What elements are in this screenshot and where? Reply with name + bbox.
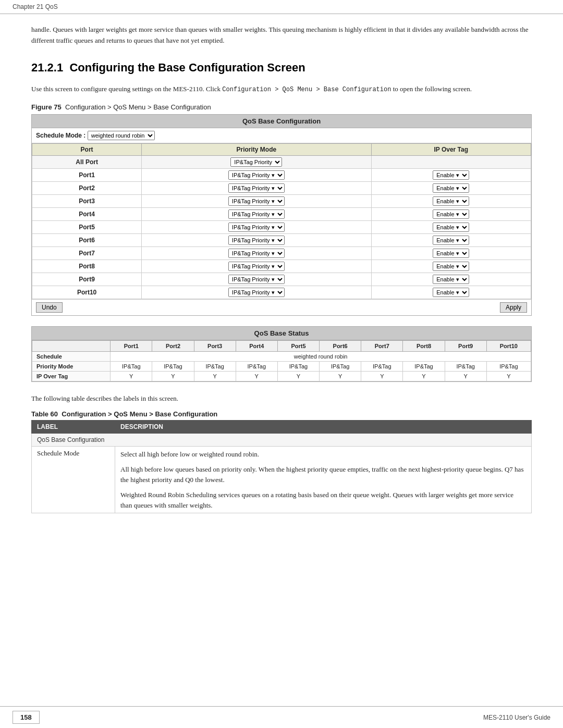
- port-name: Port10: [32, 286, 142, 299]
- status-cell: Y: [486, 371, 531, 381]
- port-priority-select[interactable]: IP&Tag Priority ▾: [228, 196, 285, 206]
- port-priority-cell: IP&Tag Priority ▾: [142, 260, 371, 273]
- undo-button[interactable]: Undo: [36, 302, 63, 313]
- status-col-Port9: Port9: [445, 340, 486, 351]
- port-priority-select[interactable]: IP&Tag Priority ▾: [228, 170, 285, 180]
- port-priority-select[interactable]: IP&Tag Priority ▾: [228, 183, 285, 193]
- button-row: Undo Apply: [32, 299, 531, 315]
- status-row: IP Over TagYYYYYYYYYY: [32, 371, 531, 381]
- qos-config-table: QoS Base Configuration Schedule Mode : w…: [31, 114, 532, 316]
- port-name: Port3: [32, 194, 142, 207]
- port-ip-over-tag-select[interactable]: Enable ▾: [433, 170, 469, 180]
- desc-section-label: QoS Base Configuration: [32, 433, 532, 446]
- port-row: Port3 IP&Tag Priority ▾ Enable ▾: [32, 194, 531, 207]
- status-row-label: Priority Mode: [32, 361, 111, 371]
- status-col-Port6: Port6: [320, 340, 361, 351]
- all-port-priority: IP&Tag Priority: [142, 155, 371, 168]
- status-col-Port10: Port10: [486, 340, 531, 351]
- status-cell: IP&Tag: [486, 361, 531, 371]
- desc-description: Select all high before low or weighted r…: [115, 446, 532, 513]
- figure-label: Figure 75 Configuration > QoS Menu > Bas…: [31, 103, 532, 111]
- port-priority-cell: IP&Tag Priority ▾: [142, 168, 371, 181]
- status-cell: Y: [194, 371, 236, 381]
- col-priority: Priority Mode: [142, 143, 371, 155]
- status-col-empty: [32, 340, 111, 351]
- port-priority-select[interactable]: IP&Tag Priority ▾: [228, 262, 285, 271]
- port-ip-over-tag-select[interactable]: Enable ▾: [433, 196, 469, 206]
- all-port-label: All Port: [32, 155, 142, 168]
- desc-section-header: QoS Base Configuration: [32, 433, 532, 446]
- port-ip-over-tag-select[interactable]: Enable ▾: [433, 223, 469, 232]
- chapter-label: Chapter 21 QoS: [13, 3, 58, 10]
- port-priority-select[interactable]: IP&Tag Priority ▾: [228, 223, 285, 232]
- port-name: Port7: [32, 246, 142, 260]
- status-cell: IP&Tag: [236, 361, 277, 371]
- header-bar: Chapter 21 QoS: [0, 0, 563, 14]
- desc-label: Schedule Mode: [32, 446, 115, 513]
- port-ip-over-tag-select[interactable]: Enable ▾: [433, 236, 469, 245]
- status-cell: Y: [236, 371, 277, 381]
- port-row: Port7 IP&Tag Priority ▾ Enable ▾: [32, 246, 531, 260]
- main-content: handle. Queues with larger weights get m…: [0, 14, 563, 545]
- port-priority-select[interactable]: IP&Tag Priority ▾: [228, 249, 285, 258]
- port-ip-over-tag-select[interactable]: Enable ▾: [433, 249, 469, 258]
- status-table: Port1Port2Port3Port4Port5Port6Port7Port8…: [32, 340, 531, 381]
- apply-button[interactable]: Apply: [500, 302, 527, 313]
- port-name: Port5: [32, 220, 142, 233]
- port-row: Port5 IP&Tag Priority ▾ Enable ▾: [32, 220, 531, 233]
- desc-table: LABEL DESCRIPTION QoS Base Configuration…: [31, 420, 532, 514]
- desc-text: Use this screen to configure queuing set…: [31, 84, 532, 95]
- port-priority-select[interactable]: IP&Tag Priority ▾: [228, 288, 285, 297]
- qos-status-title: QoS Base Status: [32, 327, 531, 340]
- status-cell: Y: [320, 371, 361, 381]
- port-priority-cell: IP&Tag Priority ▾: [142, 194, 371, 207]
- status-row-label: Schedule: [32, 351, 111, 361]
- port-ip-over-tag-select[interactable]: Enable ▾: [433, 183, 469, 193]
- status-cell: IP&Tag: [320, 361, 361, 371]
- port-ip-over-tag-select[interactable]: Enable ▾: [433, 275, 469, 284]
- port-name: Port6: [32, 233, 142, 246]
- port-ip-over-tag-cell: Enable ▾: [371, 181, 531, 194]
- status-row: Priority ModeIP&TagIP&TagIP&TagIP&TagIP&…: [32, 361, 531, 371]
- port-priority-select[interactable]: IP&Tag Priority ▾: [228, 236, 285, 245]
- table60-label: Table 60 Configuration > QoS Menu > Base…: [31, 410, 532, 418]
- section-heading: 21.2.1 Configuring the Base Configuratio…: [31, 61, 532, 75]
- footer-page: 158: [13, 711, 40, 724]
- port-row: Port1 IP&Tag Priority ▾ Enable ▾: [32, 168, 531, 181]
- port-ip-over-tag-select[interactable]: Enable ▾: [433, 262, 469, 271]
- status-col-Port5: Port5: [277, 340, 319, 351]
- status-cell: IP&Tag: [445, 361, 486, 371]
- port-row: Port2 IP&Tag Priority ▾ Enable ▾: [32, 181, 531, 194]
- port-ip-over-tag-cell: Enable ▾: [371, 168, 531, 181]
- port-priority-cell: IP&Tag Priority ▾: [142, 220, 371, 233]
- port-row: Port10 IP&Tag Priority ▾ Enable ▾: [32, 286, 531, 299]
- footer-title: MES-2110 User's Guide: [483, 714, 550, 721]
- schedule-mode-select[interactable]: weighted round robin: [88, 131, 155, 140]
- port-name: Port8: [32, 260, 142, 273]
- col-ip-over-tag: IP Over Tag: [371, 143, 531, 155]
- col-port: Port: [32, 143, 142, 155]
- status-cell: IP&Tag: [152, 361, 194, 371]
- status-row: Scheduleweighted round robin: [32, 351, 531, 361]
- schedule-mode-label: Schedule Mode :: [36, 132, 85, 139]
- port-ip-over-tag-cell: Enable ▾: [371, 286, 531, 299]
- port-ip-over-tag-select[interactable]: Enable ▾: [433, 209, 469, 219]
- all-port-priority-select[interactable]: IP&Tag Priority: [230, 157, 282, 167]
- port-priority-cell: IP&Tag Priority ▾: [142, 246, 371, 260]
- port-ip-over-tag-cell: Enable ▾: [371, 273, 531, 286]
- status-row-label: IP Over Tag: [32, 371, 111, 381]
- status-cell: Y: [361, 371, 403, 381]
- status-cell: Y: [111, 371, 152, 381]
- port-name: Port2: [32, 181, 142, 194]
- qos-status-table: QoS Base Status Port1Port2Port3Port4Port…: [31, 326, 532, 382]
- port-priority-select[interactable]: IP&Tag Priority ▾: [228, 275, 285, 284]
- port-ip-over-tag-select[interactable]: Enable ▾: [433, 288, 469, 297]
- port-row: Port4 IP&Tag Priority ▾ Enable ▾: [32, 207, 531, 220]
- intro-paragraph: handle. Queues with larger weights get m…: [31, 24, 532, 46]
- port-ip-over-tag-cell: Enable ▾: [371, 207, 531, 220]
- desc-col-label: LABEL: [32, 420, 115, 433]
- status-col-Port7: Port7: [361, 340, 403, 351]
- port-priority-select[interactable]: IP&Tag Priority ▾: [228, 209, 285, 219]
- port-priority-cell: IP&Tag Priority ▾: [142, 233, 371, 246]
- status-cell: IP&Tag: [403, 361, 445, 371]
